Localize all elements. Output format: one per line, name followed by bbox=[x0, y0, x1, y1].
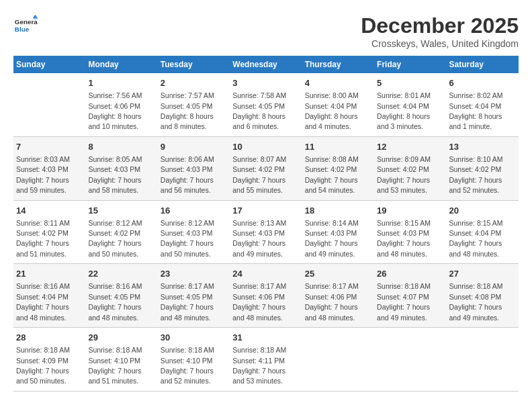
col-friday: Friday bbox=[374, 56, 446, 73]
col-monday: Monday bbox=[85, 56, 157, 73]
calendar-cell: 9Sunrise: 8:06 AM Sunset: 4:03 PM Daylig… bbox=[158, 136, 230, 200]
day-info: Sunrise: 8:10 AM Sunset: 4:02 PM Dayligh… bbox=[449, 155, 503, 194]
calendar-cell: 10Sunrise: 8:07 AM Sunset: 4:02 PM Dayli… bbox=[230, 136, 302, 200]
day-number: 25 bbox=[305, 268, 371, 280]
day-number: 20 bbox=[449, 205, 516, 217]
day-number: 10 bbox=[232, 141, 299, 153]
day-number: 9 bbox=[161, 141, 227, 153]
day-number: 19 bbox=[377, 205, 443, 217]
day-number: 17 bbox=[232, 205, 299, 217]
day-info: Sunrise: 8:15 AM Sunset: 4:04 PM Dayligh… bbox=[449, 219, 503, 258]
day-number: 8 bbox=[88, 141, 154, 153]
day-info: Sunrise: 8:17 AM Sunset: 4:06 PM Dayligh… bbox=[305, 282, 359, 321]
calendar-cell: 12Sunrise: 8:09 AM Sunset: 4:02 PM Dayli… bbox=[374, 136, 446, 200]
calendar-cell: 18Sunrise: 8:14 AM Sunset: 4:03 PM Dayli… bbox=[302, 200, 374, 264]
day-info: Sunrise: 8:06 AM Sunset: 4:03 PM Dayligh… bbox=[161, 155, 214, 194]
calendar-cell: 2Sunrise: 7:57 AM Sunset: 4:05 PM Daylig… bbox=[158, 73, 230, 136]
day-number: 29 bbox=[88, 332, 154, 344]
day-number: 7 bbox=[16, 141, 83, 153]
day-info: Sunrise: 8:16 AM Sunset: 4:05 PM Dayligh… bbox=[88, 282, 142, 321]
week-row-0: 1Sunrise: 7:56 AM Sunset: 4:06 PM Daylig… bbox=[13, 73, 519, 136]
day-number: 22 bbox=[88, 268, 154, 280]
day-number: 30 bbox=[161, 332, 227, 344]
calendar-cell bbox=[447, 328, 519, 392]
day-number: 31 bbox=[232, 332, 299, 344]
day-info: Sunrise: 8:17 AM Sunset: 4:06 PM Dayligh… bbox=[232, 282, 286, 321]
col-thursday: Thursday bbox=[302, 56, 374, 73]
day-info: Sunrise: 8:16 AM Sunset: 4:04 PM Dayligh… bbox=[16, 282, 70, 321]
calendar-cell bbox=[374, 328, 446, 392]
calendar-cell: 20Sunrise: 8:15 AM Sunset: 4:04 PM Dayli… bbox=[447, 200, 519, 264]
day-info: Sunrise: 8:03 AM Sunset: 4:03 PM Dayligh… bbox=[16, 155, 70, 194]
calendar-cell: 6Sunrise: 8:02 AM Sunset: 4:04 PM Daylig… bbox=[447, 73, 519, 136]
day-info: Sunrise: 8:15 AM Sunset: 4:03 PM Dayligh… bbox=[377, 219, 431, 258]
day-number: 11 bbox=[305, 141, 371, 153]
day-number: 15 bbox=[88, 205, 154, 217]
day-info: Sunrise: 8:11 AM Sunset: 4:02 PM Dayligh… bbox=[16, 219, 70, 258]
day-number: 14 bbox=[16, 205, 83, 217]
calendar-table: SundayMondayTuesdayWednesdayThursdayFrid… bbox=[13, 56, 519, 392]
calendar-cell bbox=[13, 73, 85, 136]
logo-icon: General Blue bbox=[13, 13, 38, 38]
day-number: 1 bbox=[88, 77, 154, 89]
day-info: Sunrise: 7:56 AM Sunset: 4:06 PM Dayligh… bbox=[88, 91, 142, 130]
calendar-cell: 31Sunrise: 8:18 AM Sunset: 4:11 PM Dayli… bbox=[230, 328, 302, 392]
day-number: 4 bbox=[305, 77, 371, 89]
week-row-3: 21Sunrise: 8:16 AM Sunset: 4:04 PM Dayli… bbox=[13, 264, 519, 328]
calendar-cell: 14Sunrise: 8:11 AM Sunset: 4:02 PM Dayli… bbox=[13, 200, 85, 264]
day-number: 5 bbox=[377, 77, 443, 89]
day-number: 2 bbox=[161, 77, 227, 89]
week-row-4: 28Sunrise: 8:18 AM Sunset: 4:09 PM Dayli… bbox=[13, 328, 519, 392]
calendar-cell: 16Sunrise: 8:12 AM Sunset: 4:03 PM Dayli… bbox=[158, 200, 230, 264]
day-info: Sunrise: 8:05 AM Sunset: 4:03 PM Dayligh… bbox=[88, 155, 142, 194]
day-number: 18 bbox=[305, 205, 371, 217]
day-number: 21 bbox=[16, 268, 83, 280]
calendar-cell: 8Sunrise: 8:05 AM Sunset: 4:03 PM Daylig… bbox=[85, 136, 157, 200]
day-number: 13 bbox=[449, 141, 516, 153]
calendar-cell: 19Sunrise: 8:15 AM Sunset: 4:03 PM Dayli… bbox=[374, 200, 446, 264]
calendar-cell: 23Sunrise: 8:17 AM Sunset: 4:05 PM Dayli… bbox=[158, 264, 230, 328]
col-sunday: Sunday bbox=[13, 56, 85, 73]
day-info: Sunrise: 8:13 AM Sunset: 4:03 PM Dayligh… bbox=[232, 219, 286, 258]
svg-text:Blue: Blue bbox=[15, 26, 30, 33]
day-info: Sunrise: 7:57 AM Sunset: 4:05 PM Dayligh… bbox=[161, 91, 214, 130]
day-number: 27 bbox=[449, 268, 516, 280]
calendar-cell: 13Sunrise: 8:10 AM Sunset: 4:02 PM Dayli… bbox=[447, 136, 519, 200]
day-number: 26 bbox=[377, 268, 443, 280]
calendar-cell bbox=[302, 328, 374, 392]
day-info: Sunrise: 8:09 AM Sunset: 4:02 PM Dayligh… bbox=[377, 155, 431, 194]
day-info: Sunrise: 8:17 AM Sunset: 4:05 PM Dayligh… bbox=[161, 282, 214, 321]
calendar-cell: 30Sunrise: 8:18 AM Sunset: 4:10 PM Dayli… bbox=[158, 328, 230, 392]
day-info: Sunrise: 8:02 AM Sunset: 4:04 PM Dayligh… bbox=[449, 91, 503, 130]
month-title: December 2025 bbox=[361, 13, 519, 38]
calendar-cell: 11Sunrise: 8:08 AM Sunset: 4:02 PM Dayli… bbox=[302, 136, 374, 200]
day-info: Sunrise: 8:00 AM Sunset: 4:04 PM Dayligh… bbox=[305, 91, 359, 130]
week-row-2: 14Sunrise: 8:11 AM Sunset: 4:02 PM Dayli… bbox=[13, 200, 519, 264]
calendar-cell: 24Sunrise: 8:17 AM Sunset: 4:06 PM Dayli… bbox=[230, 264, 302, 328]
calendar-cell: 17Sunrise: 8:13 AM Sunset: 4:03 PM Dayli… bbox=[230, 200, 302, 264]
day-info: Sunrise: 7:58 AM Sunset: 4:05 PM Dayligh… bbox=[232, 91, 286, 130]
page-header: General Blue December 2025 Crosskeys, Wa… bbox=[13, 13, 519, 49]
calendar-cell: 15Sunrise: 8:12 AM Sunset: 4:02 PM Dayli… bbox=[85, 200, 157, 264]
day-info: Sunrise: 8:14 AM Sunset: 4:03 PM Dayligh… bbox=[305, 219, 359, 258]
week-row-1: 7Sunrise: 8:03 AM Sunset: 4:03 PM Daylig… bbox=[13, 136, 519, 200]
calendar-cell: 22Sunrise: 8:16 AM Sunset: 4:05 PM Dayli… bbox=[85, 264, 157, 328]
day-info: Sunrise: 8:18 AM Sunset: 4:09 PM Dayligh… bbox=[16, 346, 70, 385]
day-info: Sunrise: 8:08 AM Sunset: 4:02 PM Dayligh… bbox=[305, 155, 359, 194]
day-number: 23 bbox=[161, 268, 227, 280]
day-info: Sunrise: 8:07 AM Sunset: 4:02 PM Dayligh… bbox=[232, 155, 286, 194]
calendar-cell: 27Sunrise: 8:18 AM Sunset: 4:08 PM Dayli… bbox=[447, 264, 519, 328]
calendar-cell: 25Sunrise: 8:17 AM Sunset: 4:06 PM Dayli… bbox=[302, 264, 374, 328]
calendar-cell: 29Sunrise: 8:18 AM Sunset: 4:10 PM Dayli… bbox=[85, 328, 157, 392]
location: Crosskeys, Wales, United Kingdom bbox=[361, 38, 519, 49]
day-number: 6 bbox=[449, 77, 516, 89]
calendar-cell: 3Sunrise: 7:58 AM Sunset: 4:05 PM Daylig… bbox=[230, 73, 302, 136]
title-section: December 2025 Crosskeys, Wales, United K… bbox=[361, 13, 519, 49]
calendar-cell: 21Sunrise: 8:16 AM Sunset: 4:04 PM Dayli… bbox=[13, 264, 85, 328]
day-number: 12 bbox=[377, 141, 443, 153]
calendar-cell: 1Sunrise: 7:56 AM Sunset: 4:06 PM Daylig… bbox=[85, 73, 157, 136]
calendar-cell: 28Sunrise: 8:18 AM Sunset: 4:09 PM Dayli… bbox=[13, 328, 85, 392]
day-info: Sunrise: 8:12 AM Sunset: 4:03 PM Dayligh… bbox=[161, 219, 214, 258]
calendar-cell: 26Sunrise: 8:18 AM Sunset: 4:07 PM Dayli… bbox=[374, 264, 446, 328]
header-row: SundayMondayTuesdayWednesdayThursdayFrid… bbox=[13, 56, 519, 73]
